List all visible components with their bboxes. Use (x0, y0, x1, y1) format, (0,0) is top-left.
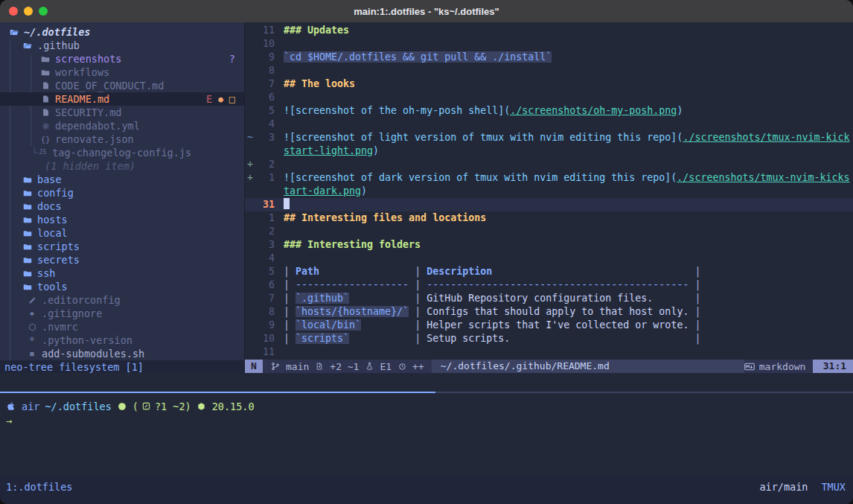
line-text-segment (653, 293, 689, 304)
tree-item[interactable]: docs (0, 200, 244, 213)
line-text-segment: | (689, 306, 700, 317)
editor-line[interactable]: 7| `.github` | GitHub Repository configu… (245, 292, 853, 305)
minimize-button[interactable] (24, 7, 33, 16)
tree-item[interactable]: workflows (0, 66, 244, 79)
tree-item[interactable]: hosts (0, 213, 244, 226)
tmux-window-item[interactable]: 1:.dotfiles (6, 481, 72, 493)
tree-item[interactable]: SECURITY.md (0, 106, 244, 119)
tree-item[interactable]: config (0, 186, 244, 200)
line-number (257, 185, 275, 198)
doc-diff-icon (314, 362, 325, 371)
line-number: 7 (257, 77, 275, 91)
line-number (257, 144, 275, 158)
tree-item-label: scripts (37, 240, 80, 252)
editor-line[interactable]: 8 (245, 64, 853, 77)
pane-divider-active-segment (0, 392, 435, 393)
tree-item[interactable]: .editorconfig (0, 293, 244, 307)
line-text: | `scripts` | Setup scripts. | (284, 332, 853, 345)
gutter-sign (245, 104, 257, 118)
file-tree: ~/.dotfiles.githubscreenshots?workflowsC… (0, 22, 244, 360)
editor-line[interactable]: 7## The looks (245, 77, 853, 91)
editor-line[interactable]: 31 (245, 198, 853, 211)
line-text-segment: ) (373, 145, 379, 156)
line-text: start-light.png) (284, 144, 853, 158)
tree-item-label: ssh (37, 267, 55, 279)
tree-item[interactable]: ssh (0, 267, 244, 280)
editor-line[interactable]: 5| Path | Description | (245, 265, 853, 278)
editor-line[interactable]: 2 (245, 225, 853, 238)
tree-item[interactable]: screenshots? (0, 52, 244, 66)
tree-item[interactable]: scripts (0, 240, 244, 253)
editor-line[interactable]: 6 (245, 91, 853, 104)
tree-item[interactable]: secrets (0, 253, 244, 267)
tree-item[interactable]: .nvmrc (0, 320, 244, 334)
line-number: 2 (257, 158, 275, 171)
editor-line[interactable]: tart-dark.png) (245, 185, 853, 198)
line-text (284, 158, 853, 171)
tree-item-label: .github (37, 39, 80, 51)
line-text: `cd $HOME/.dotfiles && git pull && ./ins… (284, 51, 853, 64)
tree-item[interactable]: local (0, 226, 244, 240)
shell-pane[interactable]: air~/.dotfiles(?1 ~2)20.15.0 → (0, 393, 853, 476)
line-text-segment: | (284, 279, 295, 290)
editor-line[interactable]: 5![screenshot of the oh-my-posh shell](.… (245, 104, 853, 118)
tree-item-label: renovate.json (55, 133, 134, 145)
tree-item-label: secrets (37, 254, 80, 266)
line-text-segment: | (284, 293, 295, 304)
close-button[interactable] (9, 7, 18, 16)
gutter-sign (245, 144, 257, 158)
editor-line[interactable]: 10| `scripts` | Setup scripts. | (245, 332, 853, 345)
gutter-sign (245, 24, 257, 37)
tree-item[interactable]: ~/.dotfiles (0, 25, 244, 39)
line-text: ![screenshot of dark version of tmux wit… (284, 171, 853, 185)
editor-line[interactable]: 10 (245, 37, 853, 51)
gutter-sign (245, 265, 257, 278)
editor-line[interactable]: 9| `local/bin` | Helper scripts that I'v… (245, 319, 853, 332)
editor-line[interactable]: 11 (245, 345, 853, 359)
title-bar[interactable]: main:1:.dotfiles - "ks~/.dotfiles" (0, 0, 853, 22)
editor-line[interactable]: +1![screenshot of dark version of tmux w… (245, 171, 853, 185)
tree-item[interactable]: ◆.gitignore (0, 307, 244, 320)
line-text (284, 345, 853, 359)
editor-line[interactable]: 4 (245, 252, 853, 265)
line-text-segment: | (409, 306, 426, 317)
tree-item[interactable]: └ JStag-changelog-config.js (0, 146, 244, 159)
editor-buffer[interactable]: 11### Updates109`cd $HOME/.dotfiles && g… (245, 22, 853, 360)
tree-item[interactable]: (1 hidden item) (0, 159, 244, 173)
editor-line[interactable]: 3### Interesting folders (245, 238, 853, 252)
tree-item[interactable]: {}renovate.json (0, 133, 244, 146)
line-text-segment: Helper scripts that I've collected or wr… (426, 319, 689, 331)
line-text-segment: ./screenshots/oh-my-posh.png (510, 105, 677, 116)
tree-item[interactable]: *.python-version (0, 334, 244, 347)
file-icon (40, 95, 51, 103)
line-text: ## Interesting files and locations (284, 211, 853, 225)
tree-item[interactable]: base (0, 173, 244, 186)
tree-item[interactable]: README.mdE●□ (0, 92, 244, 106)
tmux-pane-divider[interactable] (0, 392, 853, 393)
zoom-button[interactable] (39, 7, 48, 16)
tree-item-label: CODE_OF_CONDUCT.md (55, 80, 164, 92)
line-text-segment: `local/bin` (295, 319, 361, 331)
editor-line[interactable]: 8| `hosts/{hostname}/` | Configs that sh… (245, 305, 853, 319)
line-number: 1 (257, 171, 275, 185)
line-text-segment (349, 333, 409, 344)
editor-line[interactable]: 1## Interesting files and locations (245, 211, 853, 225)
flask-icon (364, 362, 374, 371)
tree-item[interactable]: tools (0, 280, 244, 293)
tree-item[interactable]: ■add-submodules.sh (0, 347, 244, 360)
tree-item[interactable]: .github (0, 39, 244, 52)
text-cursor (284, 198, 290, 209)
editor-line[interactable]: 9`cd $HOME/.dotfiles && git pull && ./in… (245, 51, 853, 64)
tree-item-label: .nvmrc (42, 321, 78, 333)
editor-line[interactable]: +2 (245, 158, 853, 171)
editor-line[interactable]: ~3![screenshot of light version of tmux … (245, 131, 853, 144)
tree-item[interactable]: CODE_OF_CONDUCT.md (0, 79, 244, 92)
editor-line[interactable]: 4 (245, 118, 853, 131)
neo-tree-panel[interactable]: ~/.dotfiles.githubscreenshots?workflowsC… (0, 22, 244, 373)
tree-item-label: docs (37, 200, 62, 212)
editor-line[interactable]: start-light.png) (245, 144, 853, 158)
editor-line[interactable]: 6| ------------------- | ---------------… (245, 278, 853, 292)
gutter-sign (245, 91, 257, 104)
tree-item[interactable]: dependabot.yml (0, 119, 244, 133)
editor-line[interactable]: 11### Updates (245, 24, 853, 37)
